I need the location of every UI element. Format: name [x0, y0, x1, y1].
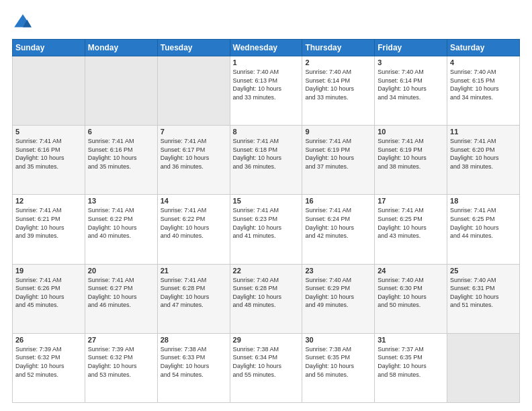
day-number: 22 [233, 267, 300, 275]
day-number: 31 [378, 336, 444, 344]
calendar-week-row: 5Sunrise: 7:41 AM Sunset: 6:16 PM Daylig… [13, 126, 520, 195]
calendar-cell: 4Sunrise: 7:40 AM Sunset: 6:15 PM Daylig… [447, 56, 520, 126]
calendar-cell: 18Sunrise: 7:41 AM Sunset: 6:25 PM Dayli… [447, 195, 520, 264]
calendar-week-row: 19Sunrise: 7:41 AM Sunset: 6:26 PM Dayli… [13, 264, 520, 333]
day-info: Sunrise: 7:41 AM Sunset: 6:26 PM Dayligh… [15, 276, 82, 310]
calendar-cell: 2Sunrise: 7:40 AM Sunset: 6:14 PM Daylig… [302, 56, 375, 126]
day-info: Sunrise: 7:40 AM Sunset: 6:31 PM Dayligh… [450, 276, 517, 310]
day-info: Sunrise: 7:41 AM Sunset: 6:27 PM Dayligh… [88, 276, 154, 310]
calendar-cell [447, 333, 520, 402]
page: SundayMondayTuesdayWednesdayThursdayFrid… [0, 0, 532, 411]
calendar-header-sunday: Sunday [13, 40, 85, 56]
day-info: Sunrise: 7:41 AM Sunset: 6:19 PM Dayligh… [378, 137, 444, 171]
calendar-cell: 26Sunrise: 7:39 AM Sunset: 6:32 PM Dayli… [13, 333, 85, 402]
calendar-cell: 6Sunrise: 7:41 AM Sunset: 6:16 PM Daylig… [85, 126, 157, 195]
day-number: 9 [305, 128, 371, 136]
calendar-cell: 29Sunrise: 7:38 AM Sunset: 6:34 PM Dayli… [230, 333, 302, 402]
day-number: 3 [378, 58, 444, 66]
calendar-cell: 19Sunrise: 7:41 AM Sunset: 6:26 PM Dayli… [13, 264, 85, 333]
day-number: 7 [161, 128, 227, 136]
header [12, 12, 520, 34]
calendar-table: SundayMondayTuesdayWednesdayThursdayFrid… [12, 39, 520, 403]
day-number: 26 [15, 336, 82, 344]
calendar-cell: 24Sunrise: 7:40 AM Sunset: 6:30 PM Dayli… [375, 264, 447, 333]
day-number: 2 [305, 58, 371, 66]
day-number: 19 [15, 267, 82, 275]
day-number: 17 [378, 197, 444, 205]
calendar-cell: 27Sunrise: 7:39 AM Sunset: 6:32 PM Dayli… [85, 333, 157, 402]
day-info: Sunrise: 7:39 AM Sunset: 6:32 PM Dayligh… [15, 345, 82, 379]
day-info: Sunrise: 7:41 AM Sunset: 6:16 PM Dayligh… [15, 137, 82, 171]
calendar-cell: 23Sunrise: 7:40 AM Sunset: 6:29 PM Dayli… [302, 264, 375, 333]
day-info: Sunrise: 7:41 AM Sunset: 6:22 PM Dayligh… [161, 206, 227, 240]
calendar-header-saturday: Saturday [447, 40, 520, 56]
day-info: Sunrise: 7:40 AM Sunset: 6:29 PM Dayligh… [305, 276, 371, 310]
day-info: Sunrise: 7:41 AM Sunset: 6:25 PM Dayligh… [450, 206, 517, 240]
calendar-cell: 5Sunrise: 7:41 AM Sunset: 6:16 PM Daylig… [13, 126, 85, 195]
calendar-cell: 13Sunrise: 7:41 AM Sunset: 6:22 PM Dayli… [85, 195, 157, 264]
calendar-cell: 31Sunrise: 7:37 AM Sunset: 6:35 PM Dayli… [375, 333, 447, 402]
day-info: Sunrise: 7:40 AM Sunset: 6:14 PM Dayligh… [378, 68, 444, 101]
calendar-cell [13, 56, 85, 126]
day-number: 15 [233, 197, 300, 205]
day-number: 23 [305, 267, 371, 275]
calendar-header-tuesday: Tuesday [157, 40, 230, 56]
day-info: Sunrise: 7:41 AM Sunset: 6:24 PM Dayligh… [305, 206, 371, 240]
day-info: Sunrise: 7:38 AM Sunset: 6:33 PM Dayligh… [161, 345, 227, 379]
day-number: 29 [233, 336, 300, 344]
day-info: Sunrise: 7:38 AM Sunset: 6:35 PM Dayligh… [305, 345, 371, 379]
calendar-cell: 21Sunrise: 7:41 AM Sunset: 6:28 PM Dayli… [157, 264, 230, 333]
day-info: Sunrise: 7:37 AM Sunset: 6:35 PM Dayligh… [378, 345, 444, 379]
calendar-cell: 9Sunrise: 7:41 AM Sunset: 6:19 PM Daylig… [302, 126, 375, 195]
day-number: 25 [450, 267, 517, 275]
day-info: Sunrise: 7:41 AM Sunset: 6:19 PM Dayligh… [305, 137, 371, 171]
calendar-cell: 15Sunrise: 7:41 AM Sunset: 6:23 PM Dayli… [230, 195, 302, 264]
calendar-cell [157, 56, 230, 126]
day-info: Sunrise: 7:39 AM Sunset: 6:32 PM Dayligh… [88, 345, 154, 379]
calendar-cell: 1Sunrise: 7:40 AM Sunset: 6:13 PM Daylig… [230, 56, 302, 126]
day-info: Sunrise: 7:40 AM Sunset: 6:13 PM Dayligh… [233, 68, 300, 101]
day-number: 10 [378, 128, 444, 136]
day-info: Sunrise: 7:40 AM Sunset: 6:28 PM Dayligh… [233, 276, 300, 310]
day-number: 8 [233, 128, 300, 136]
calendar-cell: 3Sunrise: 7:40 AM Sunset: 6:14 PM Daylig… [375, 56, 447, 126]
calendar-week-row: 1Sunrise: 7:40 AM Sunset: 6:13 PM Daylig… [13, 56, 520, 126]
day-info: Sunrise: 7:40 AM Sunset: 6:15 PM Dayligh… [450, 68, 517, 101]
day-number: 18 [450, 197, 517, 205]
day-info: Sunrise: 7:41 AM Sunset: 6:16 PM Dayligh… [88, 137, 154, 171]
day-number: 28 [161, 336, 227, 344]
day-number: 11 [450, 128, 517, 136]
day-info: Sunrise: 7:40 AM Sunset: 6:30 PM Dayligh… [378, 276, 444, 310]
calendar-week-row: 12Sunrise: 7:41 AM Sunset: 6:21 PM Dayli… [13, 195, 520, 264]
day-info: Sunrise: 7:41 AM Sunset: 6:21 PM Dayligh… [15, 206, 82, 240]
calendar-cell: 25Sunrise: 7:40 AM Sunset: 6:31 PM Dayli… [447, 264, 520, 333]
day-number: 24 [378, 267, 444, 275]
day-number: 5 [15, 128, 82, 136]
day-number: 27 [88, 336, 154, 344]
calendar-header-wednesday: Wednesday [230, 40, 302, 56]
calendar-week-row: 26Sunrise: 7:39 AM Sunset: 6:32 PM Dayli… [13, 333, 520, 402]
calendar-cell: 7Sunrise: 7:41 AM Sunset: 6:17 PM Daylig… [157, 126, 230, 195]
day-number: 20 [88, 267, 154, 275]
day-number: 16 [305, 197, 371, 205]
calendar-cell: 20Sunrise: 7:41 AM Sunset: 6:27 PM Dayli… [85, 264, 157, 333]
calendar-cell: 14Sunrise: 7:41 AM Sunset: 6:22 PM Dayli… [157, 195, 230, 264]
calendar-cell: 16Sunrise: 7:41 AM Sunset: 6:24 PM Dayli… [302, 195, 375, 264]
day-number: 6 [88, 128, 154, 136]
calendar-cell: 11Sunrise: 7:41 AM Sunset: 6:20 PM Dayli… [447, 126, 520, 195]
calendar-header-thursday: Thursday [302, 40, 375, 56]
calendar-header-monday: Monday [85, 40, 157, 56]
calendar-cell: 22Sunrise: 7:40 AM Sunset: 6:28 PM Dayli… [230, 264, 302, 333]
day-info: Sunrise: 7:41 AM Sunset: 6:17 PM Dayligh… [161, 137, 227, 171]
day-number: 4 [450, 58, 517, 66]
calendar-cell: 28Sunrise: 7:38 AM Sunset: 6:33 PM Dayli… [157, 333, 230, 402]
day-info: Sunrise: 7:41 AM Sunset: 6:28 PM Dayligh… [161, 276, 227, 310]
calendar-cell: 8Sunrise: 7:41 AM Sunset: 6:18 PM Daylig… [230, 126, 302, 195]
logo [12, 12, 36, 34]
calendar-cell: 12Sunrise: 7:41 AM Sunset: 6:21 PM Dayli… [13, 195, 85, 264]
logo-icon [12, 12, 34, 34]
calendar-header-row: SundayMondayTuesdayWednesdayThursdayFrid… [13, 40, 520, 56]
day-info: Sunrise: 7:41 AM Sunset: 6:20 PM Dayligh… [450, 137, 517, 171]
calendar-cell: 17Sunrise: 7:41 AM Sunset: 6:25 PM Dayli… [375, 195, 447, 264]
day-number: 30 [305, 336, 371, 344]
